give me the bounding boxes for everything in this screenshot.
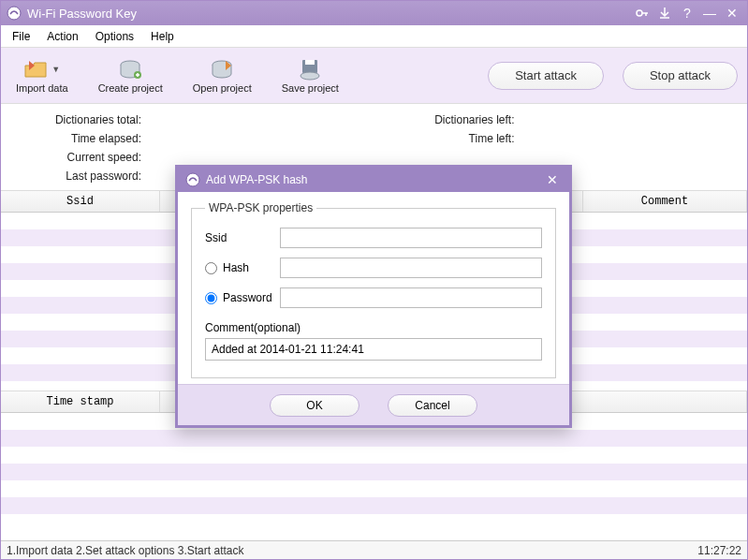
open-label: Open project xyxy=(193,82,252,94)
start-attack-button[interactable]: Start attack xyxy=(488,62,604,90)
ok-button[interactable]: OK xyxy=(270,394,359,417)
save-label: Save project xyxy=(282,82,339,94)
status-clock: 11:27:22 xyxy=(697,544,741,557)
statusbar: 1.Import data 2.Set attack options 3.Sta… xyxy=(1,540,747,559)
svg-point-1 xyxy=(637,10,642,16)
password-label: Password xyxy=(223,291,272,304)
open-project-icon xyxy=(209,58,235,81)
password-radio[interactable] xyxy=(205,292,217,304)
download-icon[interactable] xyxy=(655,5,674,22)
svg-point-8 xyxy=(186,173,199,186)
import-label: Import data xyxy=(16,82,68,94)
minimize-button[interactable]: — xyxy=(700,5,719,22)
save-project-icon xyxy=(297,58,323,81)
dialog-title: Add WPA-PSK hash xyxy=(206,173,308,186)
app-icon xyxy=(185,172,200,187)
time-left-label: Time left: xyxy=(393,132,515,145)
svg-rect-6 xyxy=(305,60,315,65)
help-icon[interactable]: ? xyxy=(678,5,697,22)
svg-point-0 xyxy=(7,7,21,20)
open-project-button[interactable]: Open project xyxy=(187,56,257,96)
last-password-label: Last password: xyxy=(20,169,141,183)
table-row xyxy=(1,497,747,514)
hash-input[interactable] xyxy=(280,258,542,278)
dialog-close-button[interactable]: ✕ xyxy=(543,171,562,188)
close-button[interactable]: ✕ xyxy=(723,5,741,22)
create-project-button[interactable]: Create project xyxy=(93,56,169,96)
menu-help[interactable]: Help xyxy=(151,30,174,43)
key-icon[interactable] xyxy=(633,5,652,22)
hash-radio[interactable] xyxy=(205,262,217,274)
save-project-button[interactable]: Save project xyxy=(276,56,345,96)
table-row xyxy=(1,464,747,480)
toolbar: ▼ Import data Create project Open projec… xyxy=(1,48,747,104)
import-data-button[interactable]: ▼ Import data xyxy=(10,56,74,96)
create-project-icon xyxy=(117,58,143,81)
menu-action[interactable]: Action xyxy=(47,30,78,43)
create-label: Create project xyxy=(98,82,163,94)
wpa-psk-fieldset: WPA-PSK properties Ssid Hash Password xyxy=(191,201,556,378)
dict-total-label: Dictionaries total: xyxy=(20,113,141,126)
app-title: Wi-Fi Password Key xyxy=(27,7,137,21)
col-timestamp[interactable]: Time stamp xyxy=(1,391,160,412)
menu-file[interactable]: File xyxy=(12,30,30,43)
fieldset-legend: WPA-PSK properties xyxy=(205,201,316,214)
comment-label: Comment(optional) xyxy=(205,321,542,334)
stop-attack-button[interactable]: Stop attack xyxy=(623,62,738,90)
add-hash-dialog: Add WPA-PSK hash ✕ WPA-PSK properties Ss… xyxy=(175,165,572,428)
status-hint: 1.Import data 2.Set attack options 3.Sta… xyxy=(7,544,243,557)
col-ssid[interactable]: Ssid xyxy=(1,191,160,212)
time-elapsed-label: Time elapsed: xyxy=(20,132,141,145)
table-row xyxy=(1,480,747,497)
titlebar: Wi-Fi Password Key ? — ✕ xyxy=(1,1,747,25)
log-table-body xyxy=(1,413,747,516)
dialog-titlebar: Add WPA-PSK hash ✕ xyxy=(178,168,569,192)
dialog-body: WPA-PSK properties Ssid Hash Password xyxy=(178,192,569,384)
svg-point-7 xyxy=(301,72,319,80)
ssid-label: Ssid xyxy=(205,231,227,244)
password-input[interactable] xyxy=(280,287,542,308)
hash-label: Hash xyxy=(223,261,249,274)
folder-import-icon xyxy=(23,58,50,81)
dialog-footer: OK Cancel xyxy=(178,384,569,425)
table-row xyxy=(1,430,747,447)
menu-options[interactable]: Options xyxy=(95,30,134,43)
table-row xyxy=(1,447,747,464)
ssid-input[interactable] xyxy=(280,228,542,248)
col-comment[interactable]: Comment xyxy=(583,191,747,212)
cancel-button[interactable]: Cancel xyxy=(388,394,477,417)
menubar: File Action Options Help xyxy=(1,25,747,48)
dropdown-caret-icon: ▼ xyxy=(51,65,60,74)
comment-input[interactable] xyxy=(205,338,542,361)
dict-left-label: Dictionaries left: xyxy=(393,113,515,126)
app-icon xyxy=(7,6,22,21)
current-speed-label: Current speed: xyxy=(20,151,141,164)
